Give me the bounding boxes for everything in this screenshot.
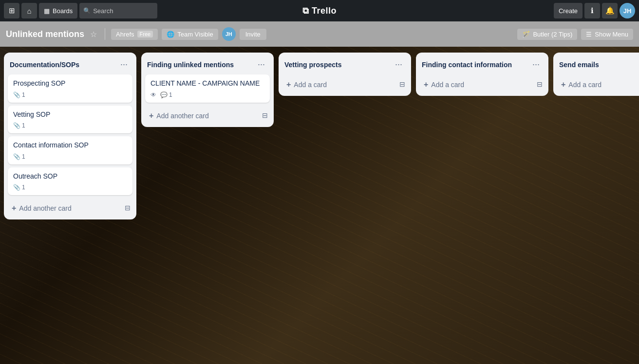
grid-icon: ⊞ [9,6,15,15]
plus-icon: + [149,111,153,120]
plus-icon: + [424,80,428,89]
card-title-prospecting-sop: Prospecting SOP [13,79,127,89]
card-meta-client-campaign: 👁 💬 1 [150,91,264,98]
wand-icon: 🪄 [522,31,530,38]
dots-icon: ··· [120,59,128,69]
paperclip-icon: 📎 [13,153,20,160]
add-card-button-vetting-prospects[interactable]: + Add a card [282,77,397,92]
paperclip-icon: 📎 [13,122,20,129]
topbar-left: ⊞ ⌂ ▦ Boards 🔍 [4,3,157,18]
attachment-count-vetting-sop: 📎 1 [13,122,25,129]
add-card-button-finding-contact-info[interactable]: + Add a card [420,77,535,92]
trello-label: Trello [312,6,337,16]
header-divider [105,28,105,40]
add-card-button-send-emails[interactable]: + Add a card [557,77,639,92]
user-avatar-button[interactable]: JH [620,3,635,18]
list-menu-button-vetting-prospects[interactable]: ··· [392,58,405,71]
template-button-documentation-sops[interactable]: ⊟ [123,203,132,213]
template-button-finding-contact-info[interactable]: ⊟ [535,79,545,89]
card-title-contact-info-sop: Contact information SOP [13,141,127,150]
show-menu-button[interactable]: ☰ Show Menu [581,29,633,40]
card-title-outreach-sop: Outreach SOP [13,172,127,182]
template-icon: ⊟ [125,204,131,212]
card-meta-prospecting-sop: 📎 1 [13,91,127,98]
card-title-vetting-sop: Vetting SOP [13,110,127,120]
list-title-vetting-prospects: Vetting prospects [284,61,392,69]
workspace-button[interactable]: Ahrefs Free [111,29,158,40]
menu-icon: ☰ [586,31,592,38]
member-avatar-button[interactable]: JH [222,27,236,41]
grid-icon-button[interactable]: ⊞ [4,3,19,18]
list-menu-button-documentation-sops[interactable]: ··· [117,58,131,71]
lists-container: Documentation/SOPs ··· Prospecting SOP 📎… [4,53,639,219]
board-canvas: Documentation/SOPs ··· Prospecting SOP 📎… [0,47,639,364]
comment-icon: 💬 [160,91,168,98]
template-icon: ⊟ [262,111,268,119]
create-label: Create [559,7,578,15]
template-button-finding-unlinked-mentions[interactable]: ⊟ [260,110,270,120]
list-header-finding-unlinked-mentions: Finding unlinked mentions ··· [145,56,270,74]
paperclip-icon: 📎 [13,91,20,98]
card-meta-vetting-sop: 📎 1 [13,122,127,129]
card-contact-info-sop[interactable]: Contact information SOP 📎 1 [8,136,132,164]
info-icon: ℹ [591,6,594,15]
home-icon: ⌂ [27,7,31,15]
list-title-finding-contact-info: Finding contact information [422,61,529,69]
list-vetting-prospects: Vetting prospects ··· + Add a card ⊟ [279,53,411,96]
bell-button[interactable]: 🔔 [602,3,618,18]
add-card-row-vetting: + Add a card ⊟ [282,74,407,94]
trello-icon: ⧉ [302,6,309,16]
boards-button[interactable]: ▦ Boards [39,3,77,18]
list-header-finding-contact-info: Finding contact information ··· [420,56,545,74]
visibility-button[interactable]: 🌐 Team Visible [162,29,218,40]
boards-label: Boards [53,7,73,15]
star-icon: ☆ [90,30,97,38]
list-title-documentation-sops: Documentation/SOPs [10,61,117,69]
list-menu-button-finding-contact-info[interactable]: ··· [529,58,543,71]
add-card-label-send-emails: Add a card [568,81,601,89]
list-header-vetting-prospects: Vetting prospects ··· [282,56,407,74]
plus-icon: + [561,80,565,89]
add-card-row-unlinked: + Add another card ⊟ [145,106,270,125]
dots-icon: ··· [532,59,540,69]
board-icon: ▦ [44,7,50,15]
invite-button[interactable]: Invite [240,29,266,40]
eye-count-client-campaign: 👁 [150,91,156,98]
dots-icon: ··· [258,59,265,69]
list-header-documentation-sops: Documentation/SOPs ··· [8,56,132,74]
topbar-right: Create ℹ 🔔 JH [554,3,635,18]
add-card-button-documentation-sops[interactable]: + Add another card [8,201,123,216]
template-icon: ⊟ [537,80,543,88]
info-button[interactable]: ℹ [584,3,600,18]
workspace-name: Ahrefs [116,31,134,38]
paperclip-icon: 📎 [13,184,20,191]
attachment-count-contact-info-sop: 📎 1 [13,153,25,160]
visibility-label: Team Visible [177,31,213,38]
card-prospecting-sop[interactable]: Prospecting SOP 📎 1 [8,74,132,103]
board-header: Unlinked mentions ☆ Ahrefs Free 🌐 Team V… [0,21,639,47]
butler-button[interactable]: 🪄 Butler (2 Tips) [517,29,577,40]
home-button[interactable]: ⌂ [21,3,37,18]
add-card-button-finding-unlinked-mentions[interactable]: + Add another card [145,109,260,123]
attachment-count-outreach-sop: 📎 1 [13,184,25,191]
avatar-initials: JH [623,7,632,15]
star-button[interactable]: ☆ [88,28,99,41]
card-client-campaign[interactable]: CLIENT NAME - CAMPAIGN NAME 👁 💬 1 [145,74,270,103]
template-icon: ⊟ [399,80,405,88]
card-outreach-sop[interactable]: Outreach SOP 📎 1 [8,167,132,196]
add-card-label-documentation-sops: Add another card [19,204,71,212]
plus-icon: + [286,80,291,89]
list-title-finding-unlinked-mentions: Finding unlinked mentions [147,61,255,69]
add-card-label-finding-contact-info: Add a card [431,81,464,89]
list-menu-button-finding-unlinked-mentions[interactable]: ··· [255,58,268,71]
card-vetting-sop[interactable]: Vetting SOP 📎 1 [8,106,132,134]
list-finding-contact-info: Finding contact information ··· + Add a … [416,53,548,96]
trello-logo-area: ⧉ Trello [302,6,337,16]
member-initials: JH [226,31,232,37]
template-button-vetting-prospects[interactable]: ⊟ [397,79,407,89]
workspace-tier-badge: Free [137,31,153,37]
search-input[interactable] [79,3,157,18]
plus-icon: + [12,204,16,213]
create-button[interactable]: Create [554,3,583,18]
card-meta-contact-info-sop: 📎 1 [13,153,127,160]
